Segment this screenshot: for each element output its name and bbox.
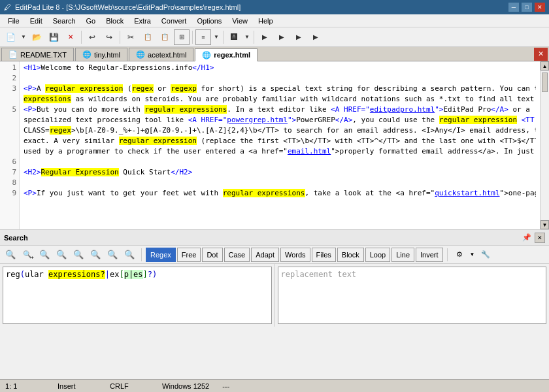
settings-icon: ⚙	[456, 250, 463, 259]
line-num	[3, 125, 16, 136]
tab-readme[interactable]: 📄 README.TXT	[1, 48, 74, 61]
tab-regex-label: regex.html	[214, 51, 250, 59]
maximize-button[interactable]: □	[522, 3, 532, 12]
status-encoding: Windows 1252	[162, 382, 209, 390]
search-replace-sel-btn[interactable]: 🔍	[122, 248, 137, 262]
menu-options[interactable]: Options	[191, 16, 227, 26]
run-btn1[interactable]: ▶	[257, 29, 273, 45]
search-regex-toggle[interactable]: Regex	[146, 248, 176, 262]
font-btn[interactable]: 🅰	[226, 29, 242, 45]
new-button[interactable]: 📄	[3, 29, 18, 45]
search-tb-sep	[141, 248, 142, 261]
tab-regex[interactable]: 🌐 regex.html	[195, 48, 258, 61]
toolbar-sep-2	[120, 31, 120, 44]
scroll-thumb[interactable]	[542, 73, 548, 92]
search-find-all-btn[interactable]: 🔍	[71, 248, 86, 262]
code-line-5: <P>But you can do more with regular expr…	[24, 105, 536, 115]
copy-button[interactable]: 📋	[140, 29, 156, 45]
search-zoom-out-btn[interactable]: 🔍+	[20, 248, 35, 262]
new-dropdown[interactable]: ▼	[20, 29, 27, 45]
code-line-8	[24, 178, 536, 188]
replace-placeholder: replacement text	[281, 270, 357, 279]
menu-block[interactable]: Block	[101, 16, 129, 26]
font-dropdown[interactable]: ▼	[243, 29, 251, 45]
code-content[interactable]: <H1>Welcome to Regular-Expressions.info<…	[20, 61, 540, 229]
tab-readme-label: README.TXT	[20, 51, 67, 59]
line-num: 9	[3, 188, 16, 199]
vertical-scrollbar[interactable]: ▲ ▼	[540, 61, 549, 229]
main-toolbar: 📄 ▼ 📂 💾 ✕ ↩ ↪ ✂ 📋 📋 ⊞ ≡ ▼ 🅰 ▼ ▶ ▶ ▶ ▶	[0, 27, 549, 47]
line-num: 5	[3, 105, 16, 115]
cut-button[interactable]: ✂	[123, 29, 139, 45]
run-btn2[interactable]: ▶	[274, 29, 290, 45]
menu-extra[interactable]: Extra	[129, 16, 156, 26]
search-extra-btn1[interactable]: ⚙	[452, 248, 467, 262]
search-zoom-in-btn[interactable]: 🔍	[3, 248, 18, 262]
search-loop-toggle[interactable]: Loop	[365, 248, 390, 262]
tab-tiny[interactable]: 🌐 tiny.html	[75, 48, 127, 61]
close-search-button[interactable]: ✕	[535, 233, 545, 243]
search-adapt-toggle[interactable]: Adapt	[251, 248, 279, 262]
run-btn3[interactable]: ▶	[291, 29, 307, 45]
align-dropdown[interactable]: ▼	[212, 29, 220, 45]
code-line-5-cont2: CLASS=regex>\b[A-Z0-9._%+-]+@[A-Z0-9.-]+…	[24, 125, 536, 136]
align-btn[interactable]: ≡	[195, 29, 211, 45]
search-words-toggle[interactable]: Words	[280, 248, 310, 262]
search-dot-toggle[interactable]: Dot	[202, 248, 222, 262]
scroll-down-button[interactable]: ▼	[541, 220, 549, 229]
tab-tiny-label: tiny.html	[94, 51, 120, 59]
search-block-toggle[interactable]: Block	[337, 248, 364, 262]
toolbar-sep-4	[223, 31, 224, 44]
regex-question: ?	[148, 270, 152, 279]
menu-go[interactable]: Go	[81, 16, 101, 26]
tab-acetext[interactable]: 🌐 acetext.html	[129, 48, 193, 61]
search-files-toggle[interactable]: Files	[312, 248, 336, 262]
search-extra-dropdown[interactable]: ▼	[469, 248, 476, 262]
line-num	[3, 115, 16, 125]
editor-area: 1 2 3 5 6 7 8 9 <H1>Welcome to Regular-E…	[0, 61, 549, 230]
line-num: 1	[3, 63, 16, 73]
code-line-7: <H2>Regular Expression Quick Start</H2>	[24, 167, 536, 178]
undo-button[interactable]: ↩	[84, 29, 100, 45]
search-replace-all-btn[interactable]: 🔍	[105, 248, 120, 262]
search-line-toggle[interactable]: Line	[391, 248, 414, 262]
line-numbers: 1 2 3 5 6 7 8 9	[0, 61, 20, 229]
menu-search[interactable]: Search	[48, 16, 81, 26]
close-file-button[interactable]: ✕	[63, 29, 78, 45]
search-find-next-btn[interactable]: 🔍	[54, 248, 69, 262]
regex-bracket-content: p|es	[124, 270, 143, 279]
menu-edit[interactable]: Edit	[25, 16, 48, 26]
select-all-button[interactable]: ⊞	[174, 29, 190, 45]
line-num: 8	[3, 178, 16, 188]
pin-button[interactable]: 📌	[522, 233, 532, 243]
menu-file[interactable]: File	[3, 16, 25, 26]
scroll-track[interactable]	[541, 71, 549, 220]
app-icon: 🖊	[4, 3, 11, 11]
regex-paren-open: (	[20, 270, 25, 279]
close-button[interactable]: ✕	[535, 3, 545, 12]
search-controls: 📌 ✕	[522, 233, 545, 243]
redo-button[interactable]: ↪	[101, 29, 117, 45]
menu-view[interactable]: View	[227, 16, 253, 26]
search-replace-input-box[interactable]: replacement text	[278, 267, 547, 324]
search-toolbar: 🔍 🔍+ 🔍 🔍 🔍 🔍 🔍 🔍 Regex Free Dot Case Ada…	[0, 246, 549, 264]
search-free-toggle[interactable]: Free	[177, 248, 201, 262]
search-find-prev-btn[interactable]: 🔍	[37, 248, 52, 262]
line-num	[3, 146, 16, 157]
run-btn4[interactable]: ▶	[308, 29, 324, 45]
scroll-up-button[interactable]: ▲	[541, 61, 549, 71]
search-replace-btn[interactable]: 🔍	[88, 248, 103, 262]
menu-convert[interactable]: Convert	[156, 16, 192, 26]
minimize-button[interactable]: ─	[508, 3, 519, 12]
search-case-toggle[interactable]: Case	[224, 248, 250, 262]
tab-acetext-icon: 🌐	[136, 50, 145, 59]
open-button[interactable]: 📂	[29, 29, 44, 45]
title-bar: 🖊 EditPad Lite 8 - [S:\JGsoftWeb\source\…	[0, 0, 549, 14]
search-extra-btn2[interactable]: 🔧	[478, 248, 493, 262]
search-invert-toggle[interactable]: Invert	[416, 248, 443, 262]
paste-button[interactable]: 📋	[157, 29, 173, 45]
code-line-9: <P>If you just want to get your feet wet…	[24, 188, 536, 199]
menu-help[interactable]: Help	[253, 16, 278, 26]
save-button[interactable]: 💾	[46, 29, 61, 45]
close-all-tabs-button[interactable]: ✕	[534, 48, 548, 61]
